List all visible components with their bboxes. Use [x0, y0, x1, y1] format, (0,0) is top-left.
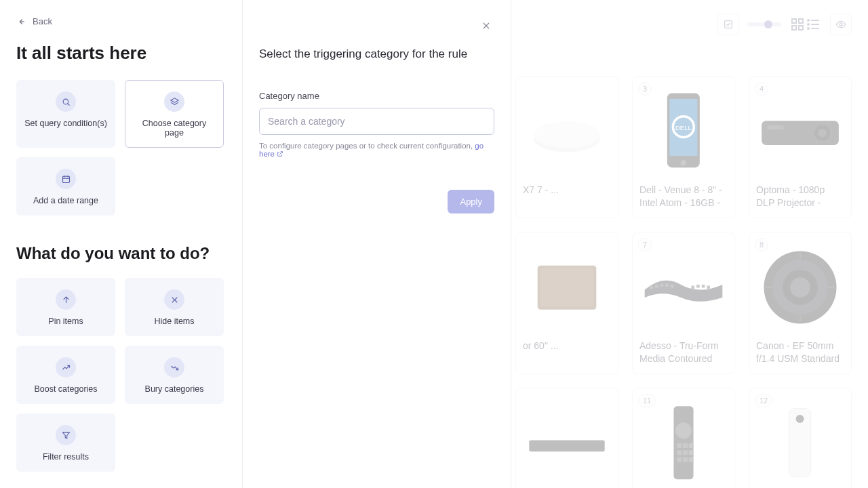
tile-label: Choose category page: [132, 119, 216, 138]
product-title: Adesso - Tru-Form Media Contoured Ergono…: [639, 340, 728, 365]
tile-query-conditions[interactable]: Set query condition(s): [16, 80, 115, 148]
svg-point-13: [534, 121, 599, 148]
svg-rect-0: [725, 21, 732, 28]
category-help-text: To configure category pages or to check …: [259, 142, 494, 159]
product-card[interactable]: 12 Canary - Indoor Wireless: [749, 388, 852, 488]
svg-marker-68: [62, 432, 69, 439]
svg-rect-22: [767, 125, 783, 129]
grid-icon: [789, 16, 806, 33]
trigger-tile-grid: Set query condition(s) Choose category p…: [16, 80, 229, 216]
close-icon: [481, 21, 491, 30]
svg-rect-31: [696, 285, 700, 288]
svg-rect-48: [677, 450, 682, 455]
grid-view-button[interactable]: [789, 16, 806, 33]
product-card[interactable]: or 60" ...: [515, 232, 618, 374]
svg-point-11: [840, 23, 842, 26]
product-image: [523, 239, 611, 336]
x-icon: [164, 289, 184, 310]
list-icon: [806, 16, 822, 33]
tile-label: Pin items: [48, 317, 83, 326]
svg-point-37: [790, 277, 810, 298]
product-title: Canon - EF 50mm f/1.4 USM Standard Lens …: [756, 340, 844, 365]
svg-rect-1: [792, 19, 796, 23]
product-card[interactable]: 7 Adesso - Tru-Form Media Contoured Ergo…: [632, 232, 735, 374]
product-image: [756, 83, 844, 180]
filter-icon: [56, 425, 76, 445]
svg-rect-43: [673, 406, 693, 479]
svg-point-56: [796, 415, 804, 423]
product-image: [639, 239, 728, 336]
tile-label: Add a date range: [33, 196, 98, 205]
tile-pin-items[interactable]: Pin items: [16, 278, 115, 336]
product-grid: X7 7 - ... 3 DELL Dell - Venue 8 - 8" - …: [515, 76, 852, 488]
svg-rect-49: [683, 450, 688, 455]
product-title: Optoma - 1080p DLP Projector - Black: [756, 184, 844, 209]
product-rank-badge: 12: [755, 394, 772, 407]
tile-filter-results[interactable]: Filter results: [16, 413, 115, 472]
trend-down-icon: [164, 357, 184, 378]
svg-rect-24: [540, 268, 593, 306]
apply-button[interactable]: Apply: [448, 190, 494, 214]
svg-rect-53: [689, 458, 694, 462]
tile-label: Hide items: [154, 317, 194, 326]
svg-rect-4: [799, 26, 803, 30]
tile-category-page[interactable]: Choose category page: [125, 80, 224, 148]
tile-label: Bury categories: [145, 384, 204, 394]
product-rank-badge: 7: [638, 238, 652, 251]
svg-rect-3: [792, 26, 796, 30]
category-search-input[interactable]: [259, 108, 494, 135]
product-title: or 60" ...: [523, 340, 611, 365]
svg-rect-46: [683, 443, 688, 448]
svg-rect-25: [650, 286, 653, 289]
check-square-icon: [723, 19, 734, 30]
svg-rect-52: [683, 458, 688, 462]
search-icon: [56, 92, 76, 112]
product-card[interactable]: 11 Insignia™ - Remote for: [632, 388, 735, 488]
product-card[interactable]: 8 Canon - EF 50mm f/1.4 USM Standard Len…: [749, 232, 852, 374]
svg-line-59: [67, 103, 69, 105]
svg-rect-33: [707, 286, 710, 289]
product-image: [756, 395, 844, 488]
top-toolbar: [717, 14, 852, 35]
svg-text:DELL: DELL: [675, 124, 692, 131]
tile-bury-categories[interactable]: Bury categories: [125, 346, 224, 404]
svg-rect-30: [691, 286, 694, 289]
category-name-label: Category name: [259, 91, 494, 101]
product-card[interactable]: [515, 388, 618, 488]
close-button[interactable]: [479, 19, 493, 33]
product-image: DELL: [639, 83, 728, 180]
product-card[interactable]: 3 DELL Dell - Venue 8 - 8" - Intel Atom …: [632, 76, 735, 218]
svg-rect-47: [689, 443, 694, 448]
svg-point-10: [808, 28, 809, 29]
help-prefix: To configure category pages or to check …: [259, 142, 475, 150]
external-link-icon: [277, 150, 283, 159]
svg-point-44: [675, 422, 692, 439]
svg-rect-61: [62, 176, 69, 182]
arrow-up-icon: [56, 289, 76, 310]
product-title: Dell - Venue 8 - 8" - Intel Atom - 16GB …: [639, 184, 728, 209]
tile-boost-categories[interactable]: Boost categories: [16, 346, 115, 404]
svg-rect-29: [671, 285, 674, 288]
preview-button[interactable]: [830, 14, 852, 35]
product-rank-badge: 3: [638, 82, 652, 96]
tile-hide-items[interactable]: Hide items: [125, 278, 224, 336]
back-button[interactable]: Back: [16, 16, 52, 26]
trend-up-icon: [56, 357, 76, 378]
svg-rect-42: [529, 440, 604, 451]
calendar-icon: [56, 169, 76, 189]
panel-heading-actions: What do you want to do?: [16, 244, 229, 263]
rule-builder-panel: Back It all starts here Set query condit…: [0, 0, 243, 488]
svg-rect-26: [655, 285, 658, 288]
zoom-slider[interactable]: [747, 22, 781, 26]
action-tile-grid: Pin items Hide items Boost categories Bu…: [16, 278, 229, 472]
svg-rect-50: [689, 450, 694, 455]
product-rank-badge: 11: [638, 394, 656, 407]
checkbox-tool-button[interactable]: [717, 14, 739, 35]
tile-date-range[interactable]: Add a date range: [16, 157, 115, 216]
category-picker-panel: Select the triggering category for the r…: [243, 0, 511, 488]
product-card[interactable]: 4 Optoma - 1080p DLP Projector - Black: [749, 76, 852, 218]
product-card[interactable]: X7 7 - ...: [515, 76, 618, 218]
list-view-button[interactable]: [806, 16, 822, 33]
product-image: [756, 239, 844, 336]
svg-rect-27: [660, 284, 664, 287]
